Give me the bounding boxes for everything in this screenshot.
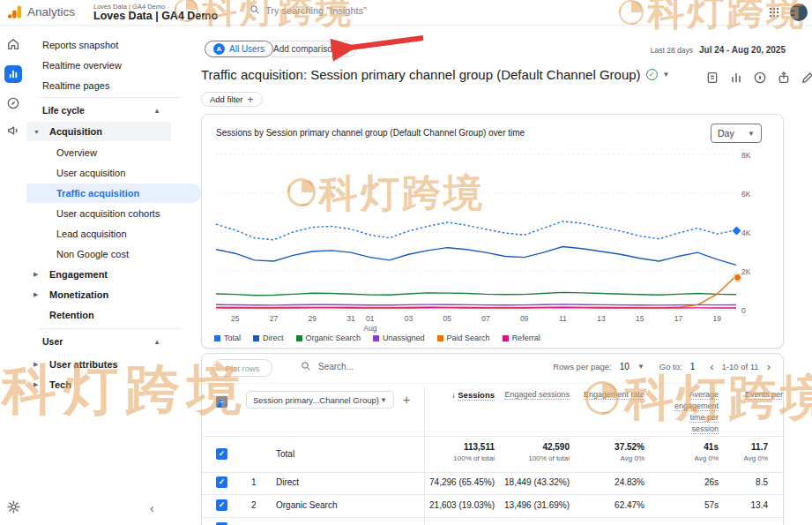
legend-item[interactable]: Direct bbox=[253, 334, 284, 342]
chevron-down-icon: ▼ bbox=[380, 396, 387, 404]
add-dimension-button[interactable]: + bbox=[403, 393, 410, 407]
column-header-events-per-session[interactable]: Events per session bbox=[741, 389, 784, 401]
sidebar-item-realtime-pages[interactable]: Realtime pages bbox=[26, 76, 187, 95]
column-header-engagement-rate[interactable]: Engagement rate bbox=[576, 389, 644, 401]
sidebar-item-non-google-cost[interactable]: Non Google cost bbox=[26, 244, 201, 264]
add-icon: + bbox=[248, 94, 254, 105]
global-search[interactable]: Try searching "Insights" bbox=[250, 4, 367, 17]
chevron-right-icon[interactable]: ▶ bbox=[26, 381, 49, 388]
y-tick-label: 2K bbox=[741, 267, 750, 276]
x-axis: 2527293101Aug030507091113151719 bbox=[216, 314, 736, 332]
chart-title: Sessions by Session primary channel grou… bbox=[216, 128, 525, 138]
goto-page-input[interactable]: 1 bbox=[690, 362, 696, 371]
x-tick-label: 07 bbox=[481, 314, 489, 324]
apps-grid-icon[interactable] bbox=[768, 6, 780, 20]
sidebar-item-engagement[interactable]: ▶ Engagement bbox=[26, 265, 171, 284]
sidebar-item-reports-snapshot[interactable]: Reports snapshot bbox=[26, 35, 187, 55]
previous-page-icon[interactable]: ‹ bbox=[710, 361, 713, 372]
row-number: 2 bbox=[251, 500, 257, 510]
legend-item[interactable]: Paid Search bbox=[437, 334, 490, 342]
chevron-right-icon[interactable]: ▶ bbox=[26, 271, 49, 278]
chevron-down-icon[interactable]: ▼ bbox=[26, 129, 49, 135]
section-life-cycle[interactable]: Life cycle ▴ bbox=[26, 102, 182, 118]
x-tick-label: 17 bbox=[674, 314, 682, 324]
legend-item[interactable]: Unassigned bbox=[373, 334, 425, 342]
chevron-down-icon: ▼ bbox=[748, 130, 755, 138]
share-icon[interactable] bbox=[777, 71, 791, 85]
sidebar-item-realtime-overview[interactable]: Realtime overview bbox=[26, 56, 187, 75]
collapse-section-icon[interactable]: ▴ bbox=[155, 338, 159, 346]
settings-gear-icon[interactable] bbox=[4, 498, 22, 515]
search-icon bbox=[301, 361, 311, 373]
total-engaged: 42,590 bbox=[499, 442, 570, 452]
legend-swatch bbox=[437, 335, 443, 341]
all-users-comparison-chip[interactable]: A All Users bbox=[205, 41, 273, 57]
sidebar-item-traffic-acquisition[interactable]: Traffic acquisition bbox=[26, 184, 201, 203]
data-quality-icon[interactable]: ✓ bbox=[646, 69, 658, 80]
audience-badge: A bbox=[213, 43, 225, 55]
sidebar-item-overview[interactable]: Overview bbox=[26, 143, 201, 162]
sidebar-item-tech[interactable]: ▶ Tech bbox=[26, 375, 171, 394]
nav-divider bbox=[39, 328, 182, 329]
home-icon[interactable] bbox=[4, 35, 22, 53]
collapse-section-icon[interactable]: ▴ bbox=[155, 107, 159, 115]
y-axis: 02K4K6K8K bbox=[741, 154, 768, 310]
add-filter-button[interactable]: Add filter + bbox=[201, 92, 263, 107]
row-checkbox[interactable]: ✓ bbox=[216, 448, 227, 460]
y-tick-label: 6K bbox=[741, 190, 750, 199]
legend-swatch bbox=[373, 335, 379, 341]
legend-item[interactable]: Organic Search bbox=[296, 334, 361, 342]
property-selector[interactable]: Loves Data | GA4 Demo bbox=[93, 10, 218, 22]
date-range-picker[interactable]: Last 28 days Jul 24 - Aug 20, 2025 bbox=[651, 45, 786, 55]
notes-icon[interactable] bbox=[705, 71, 719, 85]
sidebar-item-user-acquisition[interactable]: User acquisition bbox=[26, 163, 201, 183]
sidebar-item-monetization[interactable]: ▶ Monetization bbox=[26, 285, 171, 304]
sidebar-item-user-acquisition-cohorts[interactable]: User acquisition cohorts bbox=[26, 204, 201, 223]
advertising-icon[interactable] bbox=[4, 122, 22, 139]
legend-swatch bbox=[503, 335, 509, 341]
select-all-checkbox[interactable]: – bbox=[216, 396, 227, 408]
channels-table-card: Plot rows Search... Rows per page: 10 ▼ … bbox=[201, 353, 784, 525]
chevron-down-icon[interactable]: ▼ bbox=[663, 71, 670, 79]
rows-per-page-label: Rows per page: bbox=[553, 362, 612, 371]
table-row: ✓ 1 Direct 74,296 (65.45%) 18,449 (43.32… bbox=[202, 471, 784, 495]
reports-icon[interactable] bbox=[4, 65, 22, 83]
row-checkbox[interactable]: ✓ bbox=[216, 476, 227, 488]
chevron-down-icon[interactable]: ▼ bbox=[637, 363, 644, 371]
table-search-input[interactable]: Search... bbox=[318, 362, 354, 371]
legend-item[interactable]: Referral bbox=[503, 334, 540, 342]
x-tick-label: 05 bbox=[443, 314, 451, 324]
dimension-selector[interactable]: Session primary...Channel Group) ▼ bbox=[246, 391, 394, 409]
row-checkbox[interactable]: ✓ bbox=[216, 499, 227, 511]
section-user[interactable]: User ▴ bbox=[26, 334, 182, 349]
column-header-sessions[interactable]: ↓ Sessions bbox=[426, 389, 495, 401]
sidebar-item-acquisition[interactable]: ▼ Acquisition bbox=[26, 122, 171, 141]
search-icon bbox=[250, 4, 260, 17]
legend-item[interactable]: Total bbox=[214, 334, 241, 342]
nav-divider bbox=[39, 97, 182, 98]
edit-report-icon[interactable] bbox=[801, 71, 812, 85]
column-header-avg-engagement-time[interactable]: Average engagement time per session bbox=[666, 389, 719, 435]
column-header-engaged-sessions[interactable]: Engaged sessions bbox=[499, 389, 570, 401]
legend-label: Organic Search bbox=[306, 334, 361, 342]
collapse-nav-icon[interactable]: ‹ bbox=[150, 501, 154, 515]
insights-icon[interactable] bbox=[753, 71, 767, 85]
x-tick-label: 01Aug bbox=[363, 314, 376, 333]
chevron-right-icon[interactable]: ▶ bbox=[26, 361, 49, 368]
total-sessions: 113,511 bbox=[424, 442, 495, 452]
avatar[interactable] bbox=[790, 4, 808, 21]
granularity-select[interactable]: Day ▼ bbox=[711, 124, 762, 143]
add-comparison-button[interactable]: Add comparison + bbox=[264, 41, 356, 57]
explore-icon[interactable] bbox=[4, 94, 22, 112]
rows-per-page-select[interactable]: 10 bbox=[620, 362, 629, 371]
sidebar-item-user-attributes[interactable]: ▶ User attributes bbox=[26, 355, 171, 374]
plot-rows-button[interactable]: Plot rows bbox=[212, 359, 272, 377]
legend-label: Total bbox=[224, 334, 241, 342]
chevron-right-icon[interactable]: ▶ bbox=[26, 291, 49, 298]
sidebar-item-lead-acquisition[interactable]: Lead acquisition bbox=[26, 224, 201, 244]
next-page-icon[interactable]: › bbox=[767, 361, 771, 372]
x-tick-label: 11 bbox=[559, 314, 567, 324]
chart-view-icon[interactable] bbox=[729, 71, 743, 85]
report-title-row: Traffic acquisition: Session primary cha… bbox=[201, 67, 670, 82]
sidebar-item-retention[interactable]: Retention bbox=[26, 305, 194, 325]
